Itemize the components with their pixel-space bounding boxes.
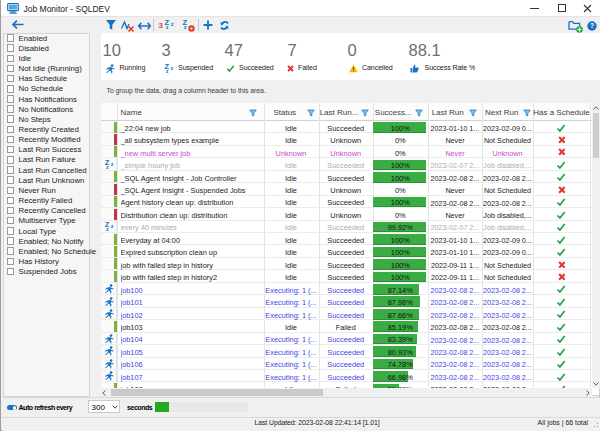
svg-text:?: ? xyxy=(590,22,594,29)
